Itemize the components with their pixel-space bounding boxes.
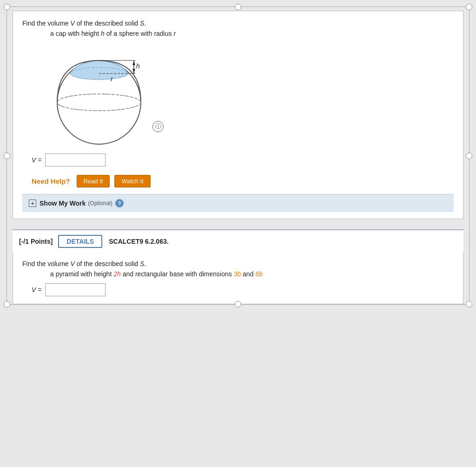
resize-handle-bottom-right[interactable]	[466, 301, 472, 307]
details-button[interactable]: DETAILS	[58, 235, 102, 248]
problem2-title: Find the volume V of the described solid…	[22, 260, 454, 267]
resize-handle-right-center[interactable]	[466, 153, 472, 159]
answer-row-2: V =	[32, 283, 454, 296]
problem2-card: Find the volume V of the described solid…	[13, 253, 463, 304]
watch-it-button[interactable]: Watch It	[114, 175, 150, 187]
question-icon[interactable]: ?	[115, 199, 124, 207]
v-equals-label-2: V =	[32, 286, 41, 294]
separator	[7, 219, 469, 229]
sphere-diagram: h r	[50, 42, 148, 149]
info-icon[interactable]: ⓘ	[152, 121, 164, 132]
resize-handle-top-right[interactable]	[466, 4, 472, 10]
expand-icon: +	[29, 200, 36, 207]
resize-handle-bottom-center[interactable]	[235, 301, 241, 307]
help-row-1: Need Help? Read It Watch It	[32, 175, 454, 187]
resize-handle-top-left[interactable]	[4, 4, 10, 10]
diagram-area: h r ⓘ	[50, 42, 454, 149]
problem1-title: Find the volume V of the described solid…	[22, 20, 454, 27]
problem2-header: [-/1 Points] DETAILS SCALCET9 6.2.063.	[13, 229, 463, 253]
points-badge: [-/1 Points]	[19, 238, 53, 245]
answer-input-1[interactable]	[45, 153, 106, 167]
optional-label: (Optional)	[88, 200, 112, 207]
problem1-subtitle: a cap with height h of a sphere with rad…	[50, 30, 454, 37]
svg-marker-6	[132, 69, 135, 73]
resize-handle-bottom-left[interactable]	[4, 301, 10, 307]
resize-handle-left-center[interactable]	[4, 153, 10, 159]
read-it-button[interactable]: Read It	[77, 175, 110, 187]
problem-code: SCALCET9 6.2.063.	[109, 238, 168, 245]
resize-handle-top-center[interactable]	[235, 4, 241, 10]
answer-row-1: V =	[32, 153, 454, 167]
svg-marker-5	[132, 60, 135, 65]
problem2-subtitle: a pyramid with height 2h and rectangular…	[50, 270, 454, 278]
show-my-work-label: Show My Work	[40, 200, 86, 207]
answer-input-2[interactable]	[45, 283, 106, 296]
svg-text:h: h	[136, 62, 140, 70]
v-equals-label-1: V =	[32, 156, 41, 164]
need-help-label: Need Help?	[32, 177, 70, 185]
problem1-card: Find the volume V of the described solid…	[13, 11, 463, 219]
show-my-work-bar[interactable]: + Show My Work (Optional) ?	[22, 194, 454, 212]
